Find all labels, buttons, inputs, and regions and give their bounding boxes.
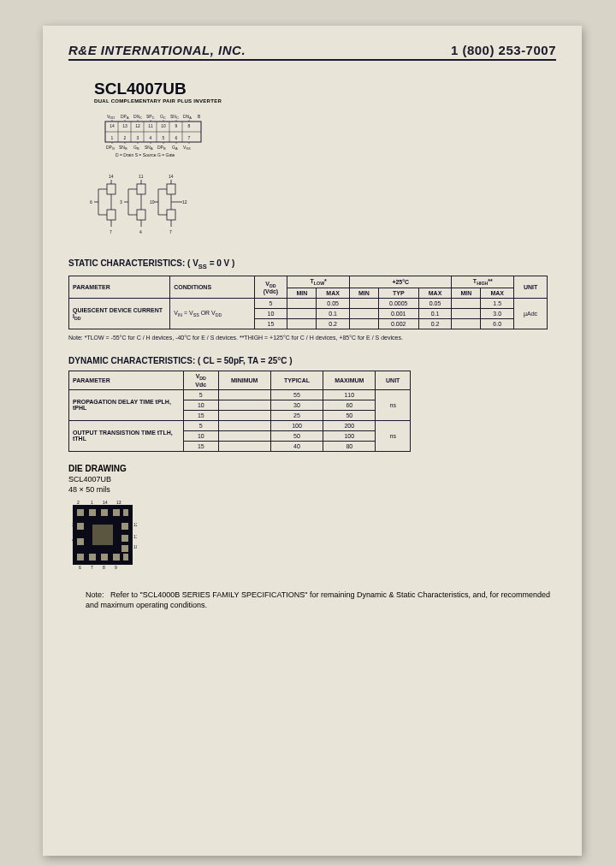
cell: 6.0 (481, 319, 514, 329)
cell: 0.1 (317, 309, 350, 319)
table-row: OUTPUT TRANSISTION TIME tTLH, tTHL 5 100… (69, 420, 411, 430)
th-25c: +25°C (350, 276, 452, 288)
cell: 5 (184, 420, 219, 430)
unit-cell: µAdc (514, 299, 548, 329)
svg-text:3: 3 (120, 199, 122, 205)
cell: 50 (270, 430, 323, 441)
svg-rect-93 (113, 509, 120, 516)
svg-rect-54 (137, 210, 145, 220)
svg-text:2: 2 (124, 135, 127, 140)
cell (350, 299, 379, 309)
svg-text:9: 9 (175, 123, 178, 128)
cell: 100 (323, 430, 376, 441)
cell: 0.2 (317, 319, 350, 329)
footnote: Note: Refer to "SCL4000B SERIES FAMILY S… (86, 590, 556, 611)
svg-text:14: 14 (103, 501, 108, 505)
svg-text:10: 10 (150, 199, 155, 205)
static-title: STATIC CHARACTERISTICS: ( VSS = 0 V ) (68, 258, 556, 270)
param-cell: PROPAGATION DELAY TIME tPLH, tPHL (69, 389, 184, 420)
svg-text:7: 7 (169, 229, 172, 234)
svg-text:1: 1 (91, 501, 93, 505)
cell: 0.2 (418, 319, 452, 329)
dynamic-title: DYNAMIC CHARACTERISTICS: ( CL = 50pF, TA… (68, 356, 556, 365)
cell (218, 420, 270, 430)
th-max3: MAX (481, 288, 514, 299)
table-row: QUIESCENT DEVICE CURRENT IDD VIN = VSS O… (69, 299, 548, 309)
cell: 3.0 (481, 309, 514, 319)
svg-text:13: 13 (122, 123, 127, 128)
footnote-text: Refer to "SCL4000B SERIES FAMILY SPECIFI… (86, 590, 550, 610)
pin-legend: D = Drain S = Source G = Gate (116, 152, 175, 157)
cell: 0.1 (418, 309, 452, 319)
svg-text:GB: GB (133, 145, 139, 151)
svg-text:11: 11 (139, 174, 144, 179)
th-unit: UNIT (376, 371, 411, 389)
cell: 0.05 (317, 299, 350, 309)
th-parameter: PARAMETER (69, 371, 184, 389)
svg-text:6: 6 (175, 135, 178, 140)
th-parameter: PARAMETER (69, 276, 170, 299)
pin-diagram: VDD DPA DNC SPC GC SNC DNA B 14131211109… (98, 112, 556, 163)
svg-text:12: 12 (133, 522, 137, 527)
cell: 110 (323, 389, 376, 400)
svg-text:10: 10 (133, 544, 137, 549)
cell: 15 (254, 319, 287, 329)
th-conditions: CONDITIONS (170, 276, 254, 299)
cell (452, 309, 481, 319)
cell (218, 430, 270, 441)
svg-text:SNC: SNC (170, 114, 179, 120)
svg-text:SNB: SNB (119, 145, 127, 151)
die-part: SCL4007UB (68, 475, 556, 483)
cell: 100 (270, 420, 323, 430)
svg-text:DNA: DNA (183, 114, 192, 120)
th-unit: UNIT (514, 276, 548, 299)
th-max2: MAX (418, 288, 452, 299)
company-name: R&E INTERNATIONAL, INC. (68, 43, 246, 57)
cell (287, 319, 317, 329)
svg-rect-96 (89, 554, 96, 561)
th-typ: TYP (378, 288, 418, 299)
svg-text:11: 11 (133, 534, 137, 539)
svg-text:2: 2 (77, 501, 80, 505)
svg-text:7: 7 (91, 565, 93, 569)
svg-rect-97 (101, 554, 108, 561)
svg-rect-91 (89, 509, 96, 516)
svg-text:DPA: DPA (121, 114, 129, 120)
svg-text:SNA: SNA (145, 145, 153, 151)
die-title: DIE DRAWING (68, 464, 556, 473)
unit-cell: ns (376, 420, 411, 451)
cell (452, 299, 481, 309)
svg-rect-99 (123, 554, 128, 561)
static-table: PARAMETER CONDITIONS VDD(Vdc) TLOW* +25°… (68, 276, 548, 329)
cell: 1.5 (481, 299, 514, 309)
svg-text:11: 11 (148, 123, 153, 128)
svg-text:VDD: VDD (107, 114, 115, 120)
param-cell: OUTPUT TRANSISTION TIME tTLH, tTHL (69, 420, 184, 451)
svg-rect-103 (121, 535, 128, 542)
th-thigh: THIGH** (452, 276, 514, 288)
param-cell: QUIESCENT DEVICE CURRENT IDD (69, 299, 170, 329)
th-vdd: VDDVdc (184, 371, 219, 389)
company-rest: INTERNATIONAL, INC. (97, 43, 246, 57)
cell: 0.002 (378, 319, 418, 329)
cell: 15 (184, 410, 219, 420)
svg-text:5: 5 (163, 135, 165, 140)
datasheet-page: R&E INTERNATIONAL, INC. 1 (800) 253-7007… (43, 26, 582, 856)
svg-text:4: 4 (72, 537, 74, 543)
svg-rect-94 (123, 509, 128, 516)
cell (287, 299, 317, 309)
svg-rect-55 (167, 184, 175, 194)
svg-text:DNC: DNC (133, 114, 142, 120)
cell (218, 389, 270, 400)
die-svg: 211413 121110 34 6789 (68, 501, 137, 569)
svg-text:14: 14 (169, 174, 174, 179)
die-drawing: 211413 121110 34 6789 (68, 501, 556, 572)
page-header: R&E INTERNATIONAL, INC. 1 (800) 253-7007 (68, 43, 556, 61)
unit-cell: ns (376, 389, 411, 420)
cell (452, 319, 481, 329)
th-min3: MIN (452, 288, 481, 299)
svg-text:6: 6 (79, 565, 81, 569)
svg-text:DPB: DPB (157, 145, 166, 151)
cell: 60 (323, 400, 376, 410)
svg-rect-100 (77, 523, 84, 530)
